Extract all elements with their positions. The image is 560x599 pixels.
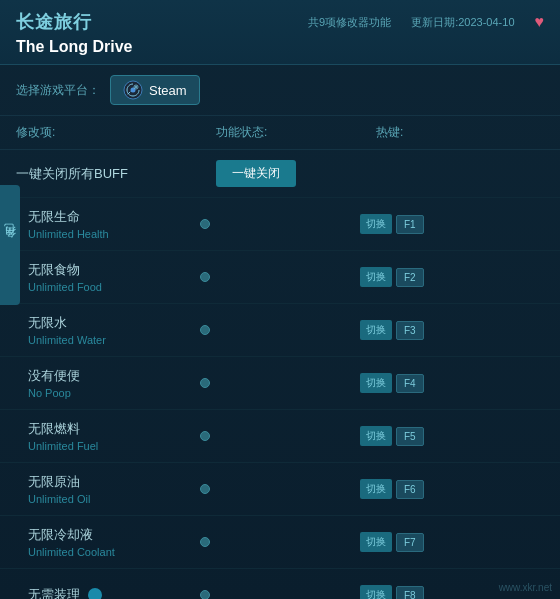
cheat-name-cn: 无限食物: [28, 261, 200, 279]
header-top: 长途旅行 共9项修改器功能 更新日期:2023-04-10 ♥: [16, 10, 544, 34]
cheat-name-en: No Poop: [28, 387, 200, 399]
cheat-row: 无限水Unlimited Water切换F3: [0, 304, 560, 357]
cheat-hotkey: 切换F7: [360, 532, 544, 552]
cheat-toggle[interactable]: [200, 590, 360, 599]
col-hotkey-header: 热键:: [376, 124, 544, 141]
svg-point-3: [135, 86, 137, 88]
meta-date: 更新日期:2023-04-10: [411, 15, 514, 30]
hotkey-key-label: F1: [396, 215, 424, 234]
steam-logo-icon: [123, 80, 143, 100]
cheat-name-cn: 无限冷却液: [28, 526, 200, 544]
onekey-button[interactable]: 一键关闭: [216, 160, 296, 187]
cheats-list: 无限生命Unlimited Health切换F1无限食物Unlimited Fo…: [0, 198, 560, 599]
toggle-dot-icon: [200, 272, 210, 282]
cheat-name: 无需装理: [28, 586, 200, 599]
column-headers: 修改项: 功能状态: 热键:: [0, 116, 560, 150]
hotkey-key-label: F2: [396, 268, 424, 287]
hotkey-key-label: F5: [396, 427, 424, 446]
toggle-dot-icon: [200, 590, 210, 599]
cheat-row: 无限冷却液Unlimited Coolant切换F7: [0, 516, 560, 569]
cheat-hotkey: 切换F5: [360, 426, 544, 446]
cheat-name-cn: 无限燃料: [28, 420, 200, 438]
platform-label: 选择游戏平台：: [16, 82, 100, 99]
side-tab-text: 角色: [2, 242, 19, 248]
toggle-dot-icon: [200, 431, 210, 441]
cheat-name-en: Unlimited Health: [28, 228, 200, 240]
game-title: The Long Drive: [16, 38, 544, 56]
cheat-name: 无限原油Unlimited Oil: [28, 473, 200, 505]
cheat-row: 无限原油Unlimited Oil切换F6: [0, 463, 560, 516]
hotkey-switch-button[interactable]: 切换: [360, 373, 392, 393]
cheat-name-cn: 无需装理: [28, 586, 200, 599]
toggle-dot-icon: [200, 219, 210, 229]
cheat-name-en: Unlimited Food: [28, 281, 200, 293]
cheat-name-en: Unlimited Water: [28, 334, 200, 346]
watermark: www.xkr.net: [499, 582, 552, 593]
side-tab[interactable]: 角色: [0, 185, 20, 305]
status-active-icon: [88, 588, 102, 599]
hotkey-switch-button[interactable]: 切换: [360, 267, 392, 287]
cheat-toggle[interactable]: [200, 484, 360, 494]
onekey-row: 一键关闭所有BUFF 一键关闭: [0, 150, 560, 198]
hotkey-key-label: F7: [396, 533, 424, 552]
cheat-hotkey: 切换F1: [360, 214, 544, 234]
hotkey-switch-button[interactable]: 切换: [360, 214, 392, 234]
app-title: 长途旅行: [16, 10, 92, 34]
hotkey-switch-button[interactable]: 切换: [360, 532, 392, 552]
cheat-name-cn: 无限生命: [28, 208, 200, 226]
header-meta: 共9项修改器功能 更新日期:2023-04-10 ♥: [308, 13, 544, 31]
cheat-hotkey: 切换F3: [360, 320, 544, 340]
app-container: 长途旅行 共9项修改器功能 更新日期:2023-04-10 ♥ The Long…: [0, 0, 560, 599]
cheat-name-cn: 无限水: [28, 314, 200, 332]
cheat-row: 无限食物Unlimited Food切换F2: [0, 251, 560, 304]
meta-count: 共9项修改器功能: [308, 15, 391, 30]
toggle-dot-icon: [200, 537, 210, 547]
cheat-row: 无限燃料Unlimited Fuel切换F5: [0, 410, 560, 463]
hotkey-key-label: F3: [396, 321, 424, 340]
cheat-row: 无需装理切换F8: [0, 569, 560, 599]
hotkey-switch-button[interactable]: 切换: [360, 585, 392, 599]
cheat-name: 无限冷却液Unlimited Coolant: [28, 526, 200, 558]
cheat-name-en: Unlimited Coolant: [28, 546, 200, 558]
cheat-toggle[interactable]: [200, 431, 360, 441]
cheat-row: 无限生命Unlimited Health切换F1: [0, 198, 560, 251]
cheat-hotkey: 切换F2: [360, 267, 544, 287]
hotkey-switch-button[interactable]: 切换: [360, 320, 392, 340]
cheat-hotkey: 切换F4: [360, 373, 544, 393]
platform-button[interactable]: Steam: [110, 75, 200, 105]
cheat-name: 没有便便No Poop: [28, 367, 200, 399]
cheat-hotkey: 切换F6: [360, 479, 544, 499]
onekey-label: 一键关闭所有BUFF: [16, 165, 216, 183]
cheat-name-cn: 无限原油: [28, 473, 200, 491]
hotkey-key-label: F8: [396, 586, 424, 600]
header: 长途旅行 共9项修改器功能 更新日期:2023-04-10 ♥ The Long…: [0, 0, 560, 65]
cheat-name: 无限水Unlimited Water: [28, 314, 200, 346]
cheat-name-cn: 没有便便: [28, 367, 200, 385]
cheat-name-en: Unlimited Oil: [28, 493, 200, 505]
col-modify-header: 修改项:: [16, 124, 216, 141]
cheat-name: 无限生命Unlimited Health: [28, 208, 200, 240]
cheat-name: 无限燃料Unlimited Fuel: [28, 420, 200, 452]
col-status-header: 功能状态:: [216, 124, 376, 141]
hotkey-switch-button[interactable]: 切换: [360, 479, 392, 499]
cheat-toggle[interactable]: [200, 272, 360, 282]
cheat-toggle[interactable]: [200, 378, 360, 388]
cheat-toggle[interactable]: [200, 219, 360, 229]
cheat-name-en: Unlimited Fuel: [28, 440, 200, 452]
hotkey-switch-button[interactable]: 切换: [360, 426, 392, 446]
cheat-name: 无限食物Unlimited Food: [28, 261, 200, 293]
cheat-row: 没有便便No Poop切换F4: [0, 357, 560, 410]
cheat-toggle[interactable]: [200, 537, 360, 547]
toggle-dot-icon: [200, 484, 210, 494]
hotkey-key-label: F4: [396, 374, 424, 393]
cheat-toggle[interactable]: [200, 325, 360, 335]
toggle-dot-icon: [200, 378, 210, 388]
platform-btn-text: Steam: [149, 83, 187, 98]
toggle-dot-icon: [200, 325, 210, 335]
hotkey-key-label: F6: [396, 480, 424, 499]
platform-row: 选择游戏平台： Steam: [0, 65, 560, 116]
heart-icon[interactable]: ♥: [535, 13, 545, 31]
